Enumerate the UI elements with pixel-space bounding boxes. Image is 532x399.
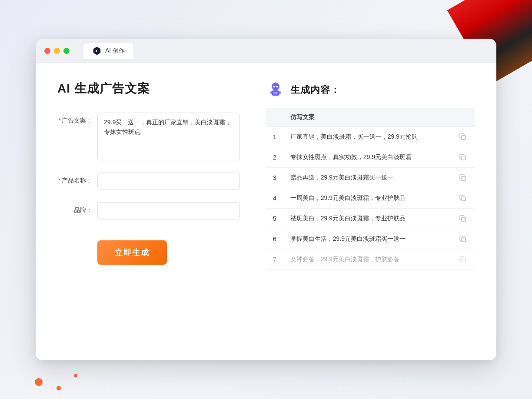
right-panel: 生成内容： 仿写文案 1厂家直销，美白淡斑霜，买一送一，29.9元抢购 2专抹女…	[266, 80, 475, 343]
brand-group: 品牌： 好白	[57, 202, 240, 219]
product-name-label: *产品名称：	[57, 173, 92, 185]
minimize-button[interactable]	[54, 48, 60, 54]
tab-label: AI 创作	[105, 47, 125, 55]
row-text: 一周美白，29.9元美白淡斑霜，专业护肤品	[283, 188, 451, 209]
row-number: 2	[266, 147, 283, 168]
copy-cell	[451, 229, 475, 249]
copy-cell	[451, 188, 475, 209]
row-text: 厂家直销，美白淡斑霜，买一送一，29.9元抢购	[283, 127, 451, 147]
row-text: 掌握美白生活，29.9元美白淡斑霜买一送一	[283, 229, 451, 249]
product-name-group: *产品名称： 美白淡斑霜	[57, 173, 240, 190]
browser-window: AI AI 创作 AI 生成广告文案 *广告文案： 29.9买一送一，真正的厂家…	[36, 39, 496, 360]
copy-icon[interactable]	[458, 234, 468, 244]
table-row: 5祛斑美白，29.9元美白淡斑霜，专业护肤品	[266, 209, 475, 229]
copy-cell	[451, 168, 475, 188]
table-row: 1厂家直销，美白淡斑霜，买一送一，29.9元抢购	[266, 127, 475, 147]
product-name-input[interactable]: 美白淡斑霜	[97, 173, 240, 190]
copy-icon[interactable]	[458, 132, 468, 142]
svg-rect-12	[462, 156, 466, 160]
window-controls	[44, 48, 70, 54]
left-panel: AI 生成广告文案 *广告文案： 29.9买一送一，真正的厂家直销，美白淡斑霜，…	[57, 80, 240, 343]
maximize-button[interactable]	[63, 48, 70, 54]
copy-cell	[451, 209, 475, 229]
required-star-1: *	[59, 117, 61, 124]
svg-point-3	[273, 86, 275, 88]
table-row: 4一周美白，29.9元美白淡斑霜，专业护肤品	[266, 188, 475, 209]
svg-rect-13	[462, 176, 466, 180]
brand-label: 品牌：	[57, 202, 92, 214]
required-star-2: *	[59, 177, 61, 184]
tab-ai-creation[interactable]: AI AI 创作	[83, 43, 133, 59]
copy-icon[interactable]	[458, 153, 468, 162]
ad-copy-label: *广告文案：	[57, 113, 92, 125]
row-number: 7	[266, 249, 283, 270]
copy-cell	[451, 249, 475, 270]
table-row: 3赠品再送，29.9元美白淡斑霜买一送一	[266, 168, 475, 188]
title-bar: AI AI 创作	[36, 39, 496, 63]
svg-rect-9	[279, 91, 281, 94]
result-table: 仿写文案 1厂家直销，美白淡斑霜，买一送一，29.9元抢购 2专抹女性斑点，真实…	[266, 108, 475, 270]
row-text: 祛斑美白，29.9元美白淡斑霜，专业护肤品	[283, 209, 451, 229]
page-title: AI 生成广告文案	[57, 80, 240, 97]
copy-cell	[451, 147, 475, 168]
ad-copy-textarea[interactable]: 29.9买一送一，真正的厂家直销，美白淡斑霜，专抹女性斑点	[97, 113, 240, 160]
svg-rect-17	[462, 258, 466, 262]
generate-button[interactable]: 立即生成	[97, 240, 167, 265]
ai-tab-icon: AI	[92, 46, 102, 56]
svg-rect-15	[462, 217, 466, 221]
table-row: 7女神必备，29.9元美白淡斑霜，护肤必备	[266, 249, 475, 270]
result-header: 生成内容：	[266, 80, 475, 100]
close-button[interactable]	[44, 48, 50, 54]
row-number: 4	[266, 188, 283, 209]
svg-point-6	[275, 82, 276, 83]
copy-icon[interactable]	[458, 255, 468, 264]
svg-rect-11	[462, 136, 466, 140]
row-text: 赠品再送，29.9元美白淡斑霜买一送一	[283, 168, 451, 188]
row-number: 1	[266, 127, 283, 147]
row-text: 专抹女性斑点，真实功效，29.9元美白淡斑霜	[283, 147, 451, 168]
svg-rect-8	[270, 91, 272, 94]
copy-icon[interactable]	[458, 214, 468, 223]
svg-rect-14	[462, 197, 466, 201]
svg-rect-16	[462, 238, 466, 242]
col-num-header	[266, 108, 283, 127]
table-row: 6掌握美白生活，29.9元美白淡斑霜买一送一	[266, 229, 475, 249]
svg-text:AI: AI	[95, 49, 98, 53]
copy-cell	[451, 127, 475, 147]
table-row: 2专抹女性斑点，真实功效，29.9元美白淡斑霜	[266, 147, 475, 168]
svg-point-4	[276, 86, 278, 88]
copy-icon[interactable]	[458, 173, 468, 183]
brand-input[interactable]: 好白	[97, 202, 240, 219]
col-text-header: 仿写文案	[283, 108, 451, 127]
row-number: 5	[266, 209, 283, 229]
ad-copy-group: *广告文案： 29.9买一送一，真正的厂家直销，美白淡斑霜，专抹女性斑点	[57, 113, 240, 160]
row-number: 3	[266, 168, 283, 188]
robot-icon	[266, 80, 285, 100]
col-action-header	[451, 108, 475, 127]
result-title: 生成内容：	[290, 83, 340, 96]
row-text: 女神必备，29.9元美白淡斑霜，护肤必备	[283, 249, 451, 270]
main-content: AI 生成广告文案 *广告文案： 29.9买一送一，真正的厂家直销，美白淡斑霜，…	[36, 63, 496, 360]
row-number: 6	[266, 229, 283, 249]
svg-rect-10	[273, 92, 278, 94]
copy-icon[interactable]	[458, 193, 468, 203]
